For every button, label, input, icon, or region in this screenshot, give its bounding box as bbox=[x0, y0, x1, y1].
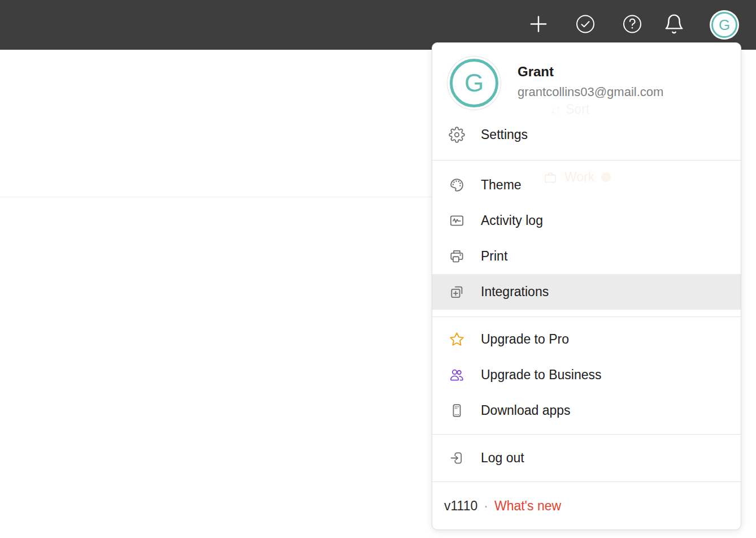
menu-item-activity-log[interactable]: Activity log bbox=[432, 203, 741, 238]
version-label: v1110 bbox=[444, 498, 477, 514]
whats-new-link[interactable]: What's new bbox=[494, 498, 561, 514]
menu-item-print[interactable]: Print bbox=[432, 238, 741, 274]
check-circle-icon bbox=[574, 13, 597, 37]
integrations-icon bbox=[448, 284, 465, 301]
menu-section-tools: Theme Activity log Print Integrations bbox=[432, 160, 741, 316]
completed-tasks-button[interactable] bbox=[574, 13, 597, 37]
user-email: grantcollins03@gmail.com bbox=[518, 85, 663, 99]
menu-section-upgrade: Upgrade to Pro Upgrade to Business Downl… bbox=[432, 316, 741, 434]
gear-icon bbox=[448, 127, 465, 144]
menu-item-settings[interactable]: Settings bbox=[432, 117, 741, 153]
notifications-button[interactable] bbox=[663, 14, 685, 37]
menu-section-logout: Log out bbox=[432, 434, 741, 481]
user-avatar: G bbox=[447, 57, 501, 110]
plus-icon bbox=[527, 12, 550, 38]
user-info: G Grant grantcollins03@gmail.com bbox=[432, 57, 741, 110]
page-divider bbox=[0, 197, 432, 197]
account-menu: ↓↑ Sort Work G Grant grantcollins03@gmai… bbox=[432, 42, 741, 530]
palette-icon bbox=[448, 177, 465, 194]
star-icon bbox=[448, 331, 465, 348]
help-button[interactable] bbox=[621, 13, 644, 37]
app-screen: G ↓↑ Sort Work G Grant grantcollins03@gm… bbox=[0, 0, 756, 538]
menu-item-upgrade-business[interactable]: Upgrade to Business bbox=[432, 357, 741, 393]
menu-item-theme[interactable]: Theme bbox=[432, 167, 741, 203]
separator-dot: · bbox=[484, 498, 488, 514]
menu-item-upgrade-pro[interactable]: Upgrade to Pro bbox=[432, 322, 741, 357]
add-task-button[interactable] bbox=[527, 12, 550, 38]
menu-item-log-out[interactable]: Log out bbox=[432, 440, 741, 476]
menu-item-download-apps[interactable]: Download apps bbox=[432, 393, 741, 428]
logout-icon bbox=[448, 450, 465, 467]
menu-footer: v1110 · What's new bbox=[432, 481, 741, 530]
account-avatar-button[interactable]: G bbox=[710, 10, 739, 40]
question-circle-icon bbox=[621, 13, 644, 37]
bell-icon bbox=[663, 14, 685, 37]
menu-section-account: G Grant grantcollins03@gmail.com Setting… bbox=[432, 43, 741, 160]
people-icon bbox=[448, 367, 465, 384]
activity-icon bbox=[448, 212, 465, 229]
user-name: Grant bbox=[518, 64, 663, 80]
phone-apps-icon bbox=[448, 402, 465, 419]
menu-item-integrations[interactable]: Integrations bbox=[432, 274, 741, 310]
avatar: G bbox=[710, 10, 739, 40]
printer-icon bbox=[448, 248, 465, 265]
